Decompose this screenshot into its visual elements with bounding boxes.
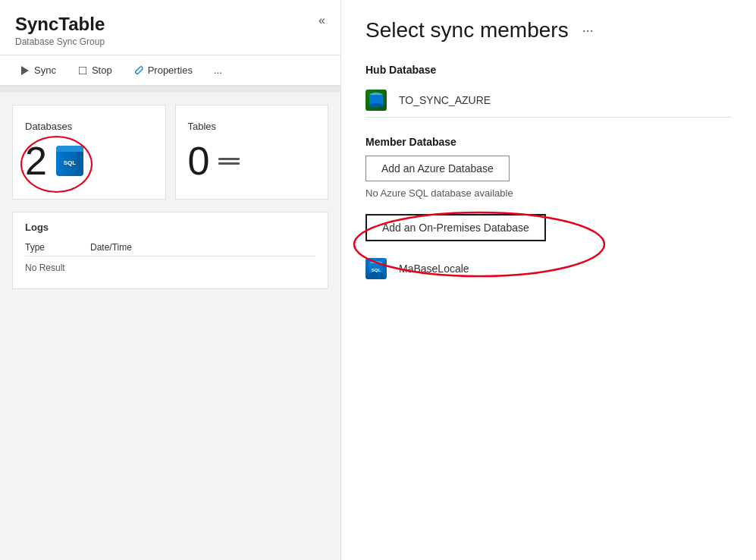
sql-onprem-icon: SQL — [365, 258, 387, 279]
toolbar-divider — [0, 87, 340, 93]
add-azure-wrapper: Add an Azure Database — [365, 156, 732, 187]
more-toolbar-button[interactable]: ... — [209, 61, 227, 79]
svg-marker-0 — [21, 66, 29, 75]
hub-db-row: TO_SYNC_AZURE — [365, 83, 732, 118]
databases-label: Databases — [25, 121, 153, 132]
tables-card: Tables 0 — [175, 105, 329, 200]
left-header: SyncTable Database Sync Group « — [0, 0, 340, 55]
wrench-icon — [133, 65, 144, 76]
toolbar: Sync Stop Properties ... — [0, 55, 340, 87]
svg-point-4 — [369, 103, 383, 108]
svg-text:SQL: SQL — [372, 268, 381, 272]
add-onprem-button[interactable]: Add an On-Premises Database — [365, 214, 546, 241]
hub-db-name: TO_SYNC_AZURE — [399, 94, 491, 106]
tables-count: 0 — [188, 141, 210, 181]
right-panel: Select sync members ··· Hub Database TO_… — [341, 0, 756, 560]
tables-value-row: 0 — [188, 141, 316, 181]
more-options-button[interactable]: ··· — [578, 21, 598, 40]
logs-type-col: Type — [25, 242, 45, 253]
logs-datetime-col: Date/Time — [90, 242, 132, 253]
svg-rect-1 — [79, 67, 86, 74]
stop-button[interactable]: Stop — [73, 61, 117, 79]
logs-header-row: Type Date/Time — [25, 239, 315, 256]
tables-lines-icon — [218, 158, 240, 165]
member-db-section: Member Database Add an Azure Database No… — [365, 136, 732, 287]
hub-db-section: Hub Database TO_SYNC_AZURE — [365, 64, 732, 118]
databases-annotation-circle — [20, 136, 93, 193]
hub-db-label: Hub Database — [365, 64, 732, 76]
play-icon — [20, 65, 30, 76]
logs-title: Logs — [25, 222, 315, 233]
logs-section: Logs Type Date/Time No Result — [12, 212, 328, 289]
right-header: Select sync members ··· — [365, 18, 732, 42]
member-db-row: SQL MaBaseLocale — [365, 250, 732, 287]
onprem-db-name: MaBaseLocale — [399, 263, 469, 275]
app-title: SyncTable — [15, 14, 105, 35]
properties-button[interactable]: Properties — [129, 61, 197, 79]
no-azure-text: No Azure SQL database available — [365, 187, 732, 199]
logs-no-result: No Result — [25, 256, 315, 279]
add-azure-button[interactable]: Add an Azure Database — [365, 156, 510, 181]
databases-card: Databases 2 SQL — [12, 105, 166, 200]
stop-icon — [77, 65, 88, 76]
azure-db-hub-icon — [365, 90, 387, 111]
member-db-label: Member Database — [365, 136, 732, 148]
left-content: Databases 2 SQL Tables 0 — [0, 93, 340, 560]
page-title: Select sync members — [365, 18, 569, 42]
collapse-button[interactable]: « — [318, 14, 325, 27]
sync-button[interactable]: Sync — [15, 61, 61, 79]
stats-row: Databases 2 SQL Tables 0 — [12, 105, 328, 200]
onprem-section: Add an On-Premises Database SQL MaBaseLo… — [365, 214, 732, 287]
tables-label: Tables — [188, 121, 316, 132]
left-panel: SyncTable Database Sync Group « Sync Sto… — [0, 0, 341, 560]
app-subtitle: Database Sync Group — [15, 36, 105, 47]
